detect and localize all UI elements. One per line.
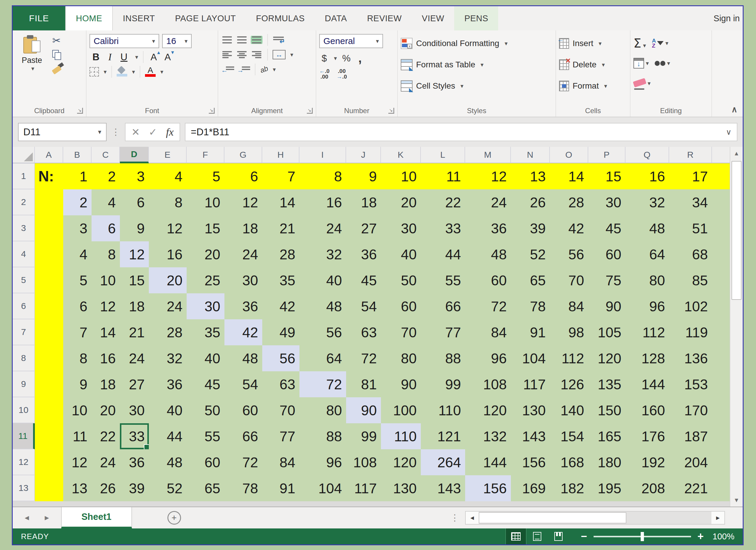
align-middle-icon[interactable] — [236, 36, 248, 44]
tab-data[interactable]: DATA — [315, 6, 357, 30]
cell-S10[interactable]: 180 — [712, 397, 730, 423]
copy-icon[interactable] — [52, 50, 61, 60]
cell-P7[interactable]: 105 — [588, 319, 625, 345]
column-header-J[interactable]: J — [346, 147, 381, 163]
row-header-9[interactable]: 9 — [13, 371, 35, 397]
cell-H13[interactable]: 91 — [262, 475, 299, 501]
cell-B10[interactable]: 10 — [63, 397, 92, 423]
cell-N1[interactable]: 13 — [511, 163, 550, 189]
cell-S4[interactable]: 72 — [712, 241, 730, 267]
cell-D12[interactable]: 36 — [120, 449, 149, 475]
format-as-table-button[interactable]: Format as Table ▾ — [401, 55, 553, 74]
enter-formula-icon[interactable]: ✓ — [149, 126, 157, 138]
cell-N11[interactable]: 143 — [511, 423, 550, 449]
paste-button[interactable]: Paste ▾ — [16, 35, 48, 104]
cell-R8[interactable]: 136 — [669, 345, 712, 371]
tab-review[interactable]: REVIEW — [357, 6, 412, 30]
scroll-left-icon[interactable]: ◄ — [466, 512, 479, 524]
borders-caret-icon[interactable]: ▾ — [104, 68, 107, 75]
cell-F10[interactable]: 50 — [187, 397, 224, 423]
cell-N12[interactable]: 156 — [511, 449, 550, 475]
row-header-11[interactable]: 11 — [13, 423, 35, 449]
increase-font-button[interactable]: A▲ — [148, 52, 159, 63]
cell-R13[interactable]: 221 — [669, 475, 712, 501]
cell-I9[interactable]: 72 — [299, 371, 346, 397]
cell-J10[interactable]: 90 — [346, 397, 381, 423]
cell-K4[interactable]: 40 — [381, 241, 421, 267]
cut-icon[interactable]: ✂ — [52, 35, 64, 46]
font-dialog-launcher-icon[interactable] — [209, 108, 215, 114]
cell-B6[interactable]: 6 — [63, 293, 92, 319]
cell-K1[interactable]: 10 — [381, 163, 421, 189]
scroll-down-icon[interactable]: ▼ — [730, 494, 743, 507]
cell-P1[interactable]: 15 — [588, 163, 625, 189]
cell-F11[interactable]: 55 — [187, 423, 224, 449]
cell-L3[interactable]: 33 — [421, 215, 465, 241]
sign-in-button[interactable]: Sign in — [713, 6, 743, 30]
zoom-in-icon[interactable]: + — [698, 532, 704, 541]
name-box[interactable]: D11 ▾ — [18, 123, 107, 141]
currency-button[interactable]: $ — [319, 53, 329, 64]
cell-M6[interactable]: 72 — [465, 293, 511, 319]
zoom-level[interactable]: 100% — [713, 532, 734, 541]
row-header-10[interactable]: 10 — [13, 397, 35, 423]
align-bottom-icon[interactable] — [251, 36, 263, 44]
row-header-6[interactable]: 6 — [13, 293, 35, 319]
tab-view[interactable]: VIEW — [412, 6, 454, 30]
autosum-button[interactable]: Σ▾ — [633, 36, 646, 51]
scroll-up-icon[interactable]: ▲ — [730, 147, 743, 160]
cell-D13[interactable]: 39 — [120, 475, 149, 501]
cell-C2[interactable]: 4 — [92, 189, 120, 215]
cell-Q1[interactable]: 16 — [625, 163, 669, 189]
cell-P10[interactable]: 150 — [588, 397, 625, 423]
cell-L2[interactable]: 22 — [421, 189, 465, 215]
cell-R9[interactable]: 153 — [669, 371, 712, 397]
tab-home[interactable]: HOME — [65, 6, 113, 30]
cell-M2[interactable]: 24 — [465, 189, 511, 215]
name-box-caret-icon[interactable]: ▾ — [98, 128, 101, 136]
cell-S5[interactable]: 90 — [712, 267, 730, 293]
select-all-corner[interactable] — [13, 147, 35, 163]
cell-G6[interactable]: 36 — [224, 293, 262, 319]
cell-O13[interactable]: 182 — [550, 475, 588, 501]
cell-C3[interactable]: 6 — [92, 215, 120, 241]
cell-D5[interactable]: 15 — [120, 267, 149, 293]
cell-I7[interactable]: 56 — [299, 319, 346, 345]
cell-C5[interactable]: 10 — [92, 267, 120, 293]
cell-D2[interactable]: 6 — [120, 189, 149, 215]
cell-B12[interactable]: 12 — [63, 449, 92, 475]
column-header-H[interactable]: H — [262, 147, 299, 163]
cell-G12[interactable]: 72 — [224, 449, 262, 475]
cell-P13[interactable]: 195 — [588, 475, 625, 501]
cell-C9[interactable]: 18 — [92, 371, 120, 397]
vertical-scrollbar[interactable]: ▲ ▼ — [730, 147, 743, 507]
cell-O12[interactable]: 168 — [550, 449, 588, 475]
merge-center-icon[interactable] — [273, 50, 286, 59]
column-header-E[interactable]: E — [149, 147, 187, 163]
cell-B7[interactable]: 7 — [63, 319, 92, 345]
column-header-K[interactable]: K — [381, 147, 421, 163]
cell-E11[interactable]: 44 — [149, 423, 187, 449]
cell-J1[interactable]: 9 — [346, 163, 381, 189]
sheet-nav-right-icon[interactable]: ► — [43, 514, 50, 522]
cell-G8[interactable]: 48 — [224, 345, 262, 371]
cell-D11[interactable]: 33 — [120, 423, 149, 449]
cell-R10[interactable]: 170 — [669, 397, 712, 423]
cell-P2[interactable]: 30 — [588, 189, 625, 215]
wrap-text-icon[interactable] — [273, 35, 284, 44]
cell-Q5[interactable]: 80 — [625, 267, 669, 293]
currency-caret-icon[interactable]: ▾ — [334, 55, 337, 62]
cell-O7[interactable]: 98 — [550, 319, 588, 345]
horizontal-scrollbar[interactable]: ◄ ► — [465, 511, 725, 525]
increase-indent-icon[interactable] — [237, 65, 250, 74]
formula-input[interactable]: =D1*B11 ∨ — [185, 123, 737, 141]
cell-O2[interactable]: 28 — [550, 189, 588, 215]
cell-I1[interactable]: 8 — [299, 163, 346, 189]
column-header-G[interactable]: G — [224, 147, 262, 163]
cell-H5[interactable]: 35 — [262, 267, 299, 293]
conditional-formatting-button[interactable]: x Conditional Formatting ▾ — [401, 34, 553, 53]
cell-H3[interactable]: 21 — [262, 215, 299, 241]
cell-R12[interactable]: 204 — [669, 449, 712, 475]
borders-icon[interactable] — [89, 67, 99, 77]
cell-L1[interactable]: 11 — [421, 163, 465, 189]
